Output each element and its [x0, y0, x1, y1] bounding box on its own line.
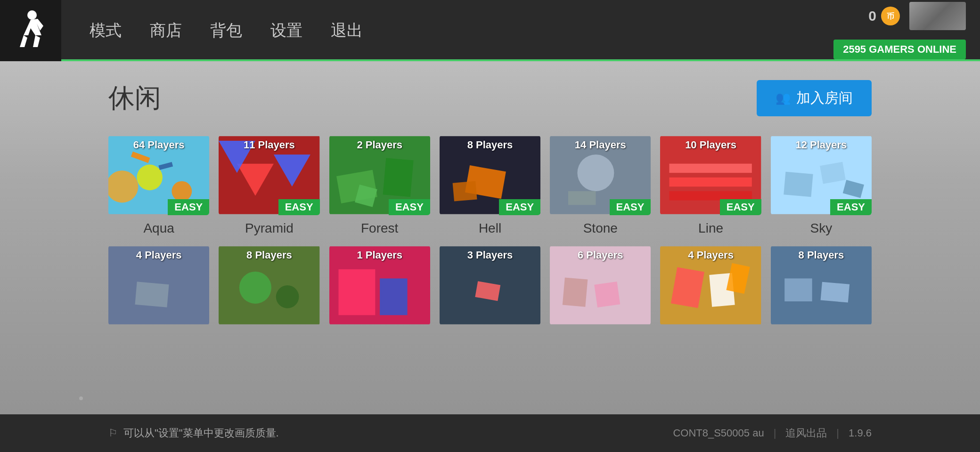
logo-icon	[14, 9, 47, 52]
svg-rect-49	[784, 278, 812, 301]
divider2: |	[836, 427, 839, 439]
svg-point-0	[27, 10, 37, 20]
game-card-image: 11 PlayersEASY	[219, 135, 319, 215]
difficulty-badge: EASY	[168, 199, 209, 215]
game-card[interactable]: 10 PlayersEASYLine	[660, 135, 761, 236]
game-card-image: 3 Players	[440, 245, 540, 325]
join-icon: 👥	[776, 91, 791, 105]
game-card[interactable]: 11 PlayersEASYPyramid	[219, 135, 319, 236]
join-room-label: 加入房间	[796, 89, 853, 108]
page-header: 休闲 👥 加入房间	[108, 80, 872, 116]
session-id: CONT8_S50005 au	[673, 427, 764, 439]
game-card-image: 8 PlayersEASY	[440, 135, 540, 215]
currency-amount: 0	[868, 8, 876, 24]
page-title: 休闲	[108, 81, 161, 116]
svg-rect-37	[338, 269, 375, 315]
svg-rect-28	[784, 172, 813, 197]
game-card-image: 6 Players	[550, 245, 651, 325]
svg-point-34	[239, 272, 271, 304]
difficulty-badge: EASY	[610, 199, 651, 215]
main-content: 休闲 👥 加入房间 64 PlayersEASYAqua11 PlayersEA…	[0, 61, 980, 354]
player-count-badge: 10 Players	[660, 139, 761, 151]
game-card-name: Hell	[479, 221, 501, 236]
svg-rect-32	[135, 282, 169, 307]
svg-rect-15	[383, 158, 413, 197]
game-card-name: Aqua	[143, 221, 174, 236]
game-card[interactable]: 2 PlayersEASYForest	[329, 135, 430, 236]
player-count-badge: 8 Players	[771, 249, 872, 261]
online-badge: 2595 GAMERS ONLINE	[833, 40, 966, 59]
flag-icon: ⚐	[108, 427, 118, 439]
player-count-badge: 8 Players	[219, 249, 319, 261]
join-room-button[interactable]: 👥 加入房间	[757, 80, 872, 116]
dot-indicator	[79, 396, 83, 400]
svg-point-21	[578, 154, 614, 191]
nav-settings[interactable]: 设置	[270, 20, 302, 41]
game-card[interactable]: 12 PlayersEASYSky	[771, 135, 872, 236]
svg-rect-22	[568, 191, 596, 205]
nav-exit[interactable]: 退出	[331, 20, 363, 41]
game-card[interactable]: 64 PlayersEASYAqua	[108, 135, 209, 236]
game-card-name: Pyramid	[245, 221, 294, 236]
difficulty-badge: EASY	[389, 199, 430, 215]
version: 1.9.6	[849, 427, 872, 439]
svg-rect-38	[380, 278, 407, 315]
player-count-badge: 1 Players	[329, 249, 430, 261]
avatar[interactable]	[909, 2, 966, 30]
game-card-image: 8 Players	[219, 245, 319, 325]
svg-rect-24	[670, 164, 752, 173]
game-card[interactable]: 14 PlayersEASYStone	[550, 135, 651, 236]
player-count-badge: 4 Players	[660, 249, 761, 261]
player-count-badge: 14 Players	[550, 139, 651, 151]
player-count-badge: 4 Players	[108, 249, 209, 261]
game-card[interactable]: 1 Players	[329, 245, 430, 325]
difficulty-badge: EASY	[830, 199, 872, 215]
player-count-badge: 11 Players	[219, 139, 319, 151]
game-card[interactable]: 6 Players	[550, 245, 651, 325]
game-card-image: 8 Players	[771, 245, 872, 325]
player-count-badge: 8 Players	[440, 139, 540, 151]
svg-point-5	[137, 165, 163, 191]
svg-rect-50	[820, 282, 849, 303]
brand-name: 追风出品	[785, 426, 827, 440]
game-card-image: 14 PlayersEASY	[550, 135, 651, 215]
difficulty-badge: EASY	[720, 199, 761, 215]
svg-text:币: 币	[887, 12, 894, 20]
game-card-image: 12 PlayersEASY	[771, 135, 872, 215]
game-card[interactable]: 8 Players	[771, 245, 872, 325]
svg-rect-25	[670, 178, 752, 186]
nav-mode[interactable]: 模式	[90, 20, 122, 41]
game-card-image: 4 Players	[660, 245, 761, 325]
game-card-image: 4 Players	[108, 245, 209, 325]
nav-backpack[interactable]: 背包	[210, 20, 242, 41]
game-card-image: 1 Players	[329, 245, 430, 325]
game-card[interactable]: 4 Players	[660, 245, 761, 325]
player-count-badge: 64 Players	[108, 139, 209, 151]
navbar-right: 0 币 2595 GAMERS ONLINE	[833, 2, 966, 59]
currency-icon: 币	[881, 7, 900, 25]
game-card-image: 2 PlayersEASY	[329, 135, 430, 215]
game-card[interactable]: 8 PlayersEASYHell	[440, 135, 540, 236]
svg-rect-29	[820, 162, 846, 184]
game-card-image: 10 PlayersEASY	[660, 135, 761, 215]
status-text: 可以从"设置"菜单中更改画质质量.	[123, 426, 279, 440]
game-card[interactable]: 8 Players	[219, 245, 319, 325]
game-card-name: Line	[698, 221, 723, 236]
svg-rect-42	[563, 277, 588, 307]
player-count-badge: 2 Players	[329, 139, 430, 151]
navbar: 模式 商店 背包 设置 退出 0 币 2595 GAMERS ONLINE	[0, 0, 980, 61]
difficulty-badge: EASY	[499, 199, 540, 215]
game-card[interactable]: 4 Players	[108, 245, 209, 325]
game-grid-row2: 4 Players8 Players1 Players3 Players6 Pl…	[108, 245, 872, 325]
nav-shop[interactable]: 商店	[150, 20, 182, 41]
game-grid-row1: 64 PlayersEASYAqua11 PlayersEASYPyramid2…	[108, 135, 872, 236]
navbar-accent-line	[61, 59, 980, 61]
player-count-badge: 6 Players	[550, 249, 651, 261]
game-card[interactable]: 3 Players	[440, 245, 540, 325]
player-count-badge: 12 Players	[771, 139, 872, 151]
currency-row: 0 币	[868, 7, 900, 25]
divider1: |	[774, 427, 776, 439]
main-nav: 模式 商店 背包 设置 退出	[90, 20, 833, 41]
game-card-image: 64 PlayersEASY	[108, 135, 209, 215]
game-card-name: Forest	[361, 221, 398, 236]
